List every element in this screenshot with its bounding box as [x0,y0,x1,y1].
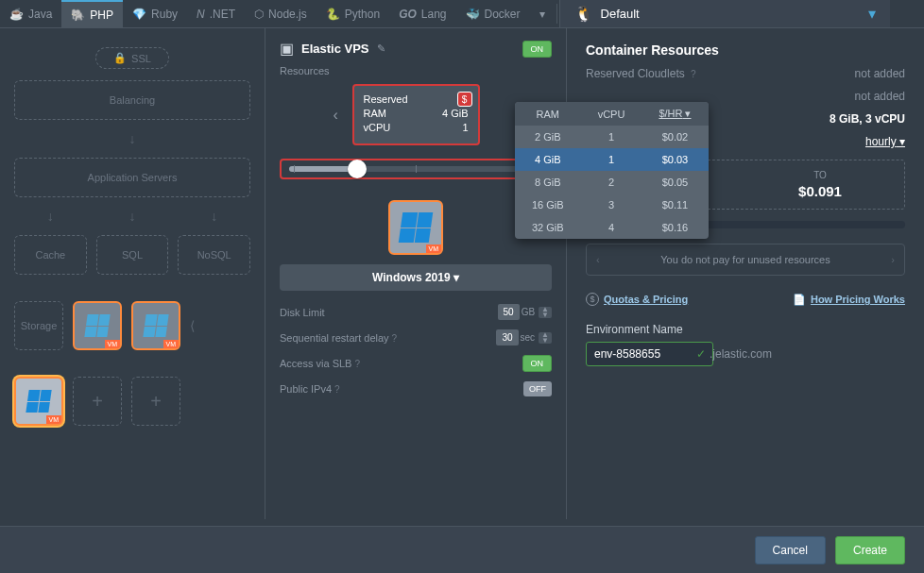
node-enable-toggle[interactable]: ON [522,41,553,58]
pricing-row[interactable]: 32 GiB4$0.16 [515,216,709,239]
dollar-icon: $ [586,293,599,306]
public-ipv4-toggle[interactable]: OFF [523,381,552,396]
environment-name-input[interactable] [586,342,713,366]
restart-delay-row: Sequential restart delay? 30 sec ▲▼ [280,329,552,345]
arrow-down-icon: ↓ [178,209,250,224]
tab-python[interactable]: 🐍Python [317,0,389,27]
scaling-summary: 8 GiB, 3 vCPU [830,112,905,126]
resource-slider-container [280,159,552,179]
pricing-row[interactable]: 4 GiB1$0.03 [515,148,709,171]
os-version-dropdown[interactable]: Windows 2019 ▾ [280,264,552,291]
add-node-button[interactable]: + [131,377,180,426]
document-icon: 📄 [793,294,806,306]
ssl-toggle[interactable]: 🔒 SSL [95,47,169,69]
lock-icon: 🔒 [113,52,127,64]
node-type-title: Elastic VPS [301,42,369,56]
sql-layer[interactable]: SQL [96,235,169,275]
quotas-pricing-link[interactable]: $ Quotas & Pricing [586,293,688,306]
vm-node-selected[interactable]: VM [14,377,63,426]
app-servers-layer[interactable]: Application Servers [14,158,250,197]
resources-title: Container Resources [586,42,905,58]
restart-delay-value[interactable]: 30 [496,329,518,345]
tab-more[interactable]: ▾ [530,0,555,27]
check-icon: ✓ [696,347,706,361]
windows-icon [26,390,51,413]
penguin-icon: 🐧 [574,5,593,23]
tab-golang[interactable]: GOLang [389,0,455,27]
main-layout: 🔒 SSL Balancing ↓ Application Servers ↓ … [0,28,924,519]
help-icon[interactable]: ? [334,384,340,395]
arrow-down-icon: ↓ [96,209,169,224]
help-icon[interactable]: ? [691,69,696,79]
prev-tip-button[interactable]: ‹ [596,254,600,265]
windows-icon [143,314,168,337]
access-slb-toggle[interactable]: ON [522,355,553,372]
public-ipv4-row: Public IPv4? OFF [280,381,552,396]
pricing-header-vcpu: vCPU [581,102,642,126]
add-node-button[interactable]: + [73,377,122,426]
node-icon-large: VM [388,200,443,255]
env-name-label: Environment Name [586,323,905,336]
reserved-resources-box: ‹ $ Reserved RAM4 GiB vCPU1 [352,84,480,145]
env-domain-suffix: .jelastic.com [710,347,772,361]
footer-bar: Cancel Create [0,526,924,573]
tab-php[interactable]: 🐘PHP [61,0,123,27]
access-slb-row: Access via SLB? ON [280,355,552,372]
pricing-row[interactable]: 2 GiB1$0.02 [515,126,709,148]
topology-panel: 🔒 SSL Balancing ↓ Application Servers ↓ … [0,28,265,519]
platform-tabs: ☕Java 🐘PHP 💎Ruby N.NET ⬡Node.js 🐍Python … [0,0,924,28]
how-pricing-works-link[interactable]: 📄 How Pricing Works [793,293,905,306]
chevron-down-icon: ▾ [868,5,876,23]
disk-limit-row: Disk Limit 50 GB ▲▼ [280,304,552,320]
pricing-header-price[interactable]: $/HR ▾ [642,102,708,126]
tab-dotnet[interactable]: N.NET [187,0,245,27]
pricing-info-banner: ‹ You do not pay for unused resources › [586,244,905,276]
cache-layer[interactable]: Cache [14,235,87,275]
prev-arrow-icon[interactable]: ‹ [334,107,338,124]
env-selector-label: Default [601,7,640,21]
pricing-badge-button[interactable]: $ [457,92,472,107]
tab-java[interactable]: ☕Java [0,0,61,27]
resource-slider[interactable] [289,166,542,172]
help-icon[interactable]: ? [392,333,398,344]
arrow-down-icon: ↓ [14,131,250,146]
environment-selector[interactable]: 🐧 Default ▾ [559,0,890,27]
create-button[interactable]: Create [835,536,905,565]
edit-icon[interactable]: ✎ [377,42,385,55]
next-tip-button[interactable]: › [891,254,895,265]
tab-nodejs[interactable]: ⬡Node.js [245,0,317,27]
cancel-button[interactable]: Cancel [755,536,826,565]
arrow-down-icon: ↓ [14,209,87,224]
vm-node-2[interactable]: VM [131,301,180,350]
hourly-toggle[interactable]: hourly ▾ [865,135,905,148]
slider-thumb[interactable] [348,160,367,178]
balancing-layer[interactable]: Balancing [14,80,250,120]
help-icon[interactable]: ? [354,359,360,369]
connector-icon: ⟨ [190,318,195,333]
disk-limit-spinner[interactable]: ▲▼ [539,307,552,318]
chevron-down-icon: ▾ [453,271,459,284]
resources-label: Resources [280,65,552,76]
pricing-header-ram: RAM [515,102,581,126]
pricing-row[interactable]: 16 GiB3$0.11 [515,194,709,216]
vm-node-1[interactable]: VM [73,301,122,350]
price-to-value: $0.091 [745,183,895,199]
nosql-layer[interactable]: NoSQL [178,235,250,275]
storage-layer[interactable]: Storage [14,301,63,350]
tab-ruby[interactable]: 💎Ruby [123,0,187,27]
tab-docker[interactable]: 🐳Docker [456,0,530,27]
windows-icon [84,314,110,337]
pricing-table-popup: RAM vCPU $/HR ▾ 2 GiB1$0.024 GiB1$0.038 … [515,102,709,239]
restart-delay-spinner[interactable]: ▲▼ [539,332,552,344]
windows-icon [399,212,433,243]
disk-limit-value[interactable]: 50 [498,304,520,320]
terminal-icon: ▣ [280,40,294,58]
pricing-row[interactable]: 8 GiB2$0.05 [515,171,709,194]
